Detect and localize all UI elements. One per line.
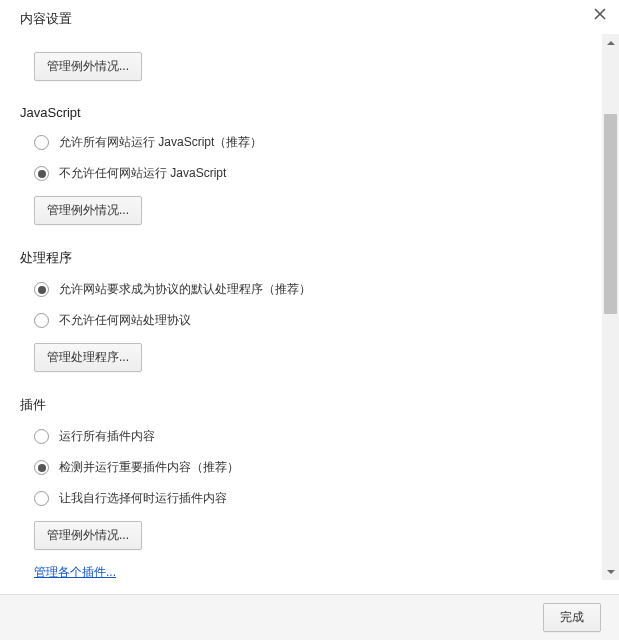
radio-icon	[34, 313, 49, 328]
done-button[interactable]: 完成	[543, 603, 601, 632]
manage-handlers-button[interactable]: 管理处理程序...	[34, 343, 142, 372]
radio-row-js-block[interactable]: 不允许任何网站运行 JavaScript	[34, 165, 600, 182]
radio-row-js-allow[interactable]: 允许所有网站运行 JavaScript（推荐）	[34, 134, 600, 151]
radio-label: 不允许任何网站运行 JavaScript	[59, 165, 226, 182]
radio-icon	[34, 491, 49, 506]
radio-label: 让我自行选择何时运行插件内容	[59, 490, 227, 507]
section-plugins: 插件 运行所有插件内容 检测并运行重要插件内容（推荐） 让我自行选择何时运行插件…	[20, 396, 600, 580]
radio-label: 检测并运行重要插件内容（推荐）	[59, 459, 239, 476]
page-title: 内容设置	[20, 10, 600, 28]
radio-icon	[34, 429, 49, 444]
scrollbar-down-button[interactable]	[602, 563, 619, 580]
chevron-up-icon	[607, 36, 615, 50]
scroll-area: 内容设置 管理例外情况... JavaScript 允许所有网站运行 JavaS…	[0, 0, 600, 580]
section-javascript: JavaScript 允许所有网站运行 JavaScript（推荐） 不允许任何…	[20, 105, 600, 225]
section-title-handlers: 处理程序	[20, 249, 600, 267]
radio-icon	[34, 166, 49, 181]
section-title-javascript: JavaScript	[20, 105, 600, 120]
radio-icon	[34, 460, 49, 475]
radio-row-plugins-all[interactable]: 运行所有插件内容	[34, 428, 600, 445]
radio-label: 运行所有插件内容	[59, 428, 155, 445]
content-settings-dialog: 内容设置 管理例外情况... JavaScript 允许所有网站运行 JavaS…	[0, 0, 619, 640]
scrollbar[interactable]	[602, 34, 619, 580]
scrollbar-thumb[interactable]	[604, 114, 617, 314]
radio-row-handlers-block[interactable]: 不允许任何网站处理协议	[34, 312, 600, 329]
manage-individual-plugins-link[interactable]: 管理各个插件...	[34, 565, 116, 579]
manage-exceptions-js-button[interactable]: 管理例外情况...	[34, 196, 142, 225]
radio-label: 不允许任何网站处理协议	[59, 312, 191, 329]
dialog-footer: 完成	[0, 594, 619, 640]
manage-exceptions-top-button[interactable]: 管理例外情况...	[34, 52, 142, 81]
chevron-down-icon	[607, 565, 615, 579]
section-title-plugins: 插件	[20, 396, 600, 414]
radio-row-plugins-detect[interactable]: 检测并运行重要插件内容（推荐）	[34, 459, 600, 476]
radio-label: 允许所有网站运行 JavaScript（推荐）	[59, 134, 262, 151]
radio-row-plugins-choose[interactable]: 让我自行选择何时运行插件内容	[34, 490, 600, 507]
section-handlers: 处理程序 允许网站要求成为协议的默认处理程序（推荐） 不允许任何网站处理协议 管…	[20, 249, 600, 372]
radio-label: 允许网站要求成为协议的默认处理程序（推荐）	[59, 281, 311, 298]
radio-icon	[34, 135, 49, 150]
scrollbar-up-button[interactable]	[602, 34, 619, 51]
manage-exceptions-plugins-button[interactable]: 管理例外情况...	[34, 521, 142, 550]
radio-icon	[34, 282, 49, 297]
radio-row-handlers-allow[interactable]: 允许网站要求成为协议的默认处理程序（推荐）	[34, 281, 600, 298]
